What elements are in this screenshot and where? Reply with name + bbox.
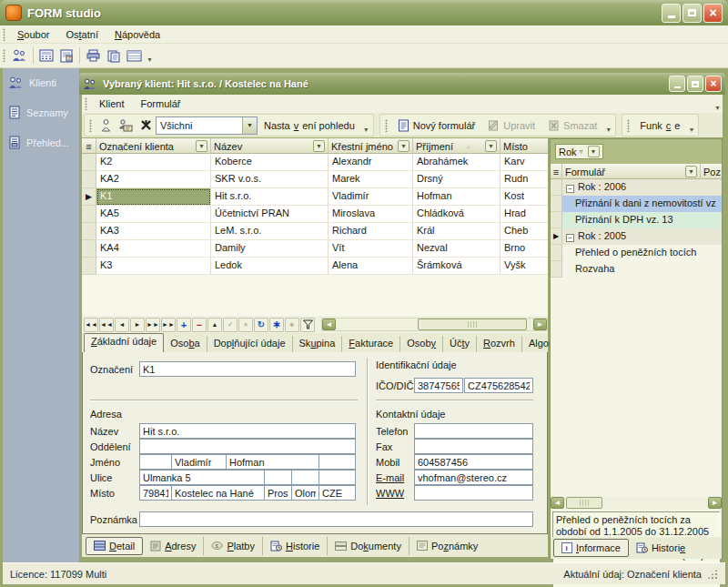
- ico-field[interactable]: [414, 378, 463, 393]
- scrollbar-thumb[interactable]: [566, 497, 602, 509]
- clients-button[interactable]: [9, 46, 30, 66]
- calendar-document-button[interactable]: 7: [56, 46, 76, 66]
- nav-first-button[interactable]: ◄◄: [84, 318, 98, 332]
- www-link-label[interactable]: WWW: [376, 488, 404, 499]
- toolbar-overflow[interactable]: ▾: [361, 116, 371, 135]
- client-minimize-button[interactable]: [669, 76, 685, 92]
- group-filter-dropdown[interactable]: ▼: [588, 146, 600, 157]
- tab-doplnujici-udaje[interactable]: Doplňující údaje: [207, 336, 293, 352]
- edit-form-button[interactable]: Upravit: [481, 116, 541, 135]
- sidebar-item-klienti[interactable]: Klienti: [3, 68, 79, 97]
- stat-field[interactable]: [318, 485, 356, 501]
- view-filter-combobox[interactable]: Všichni ▼: [156, 116, 258, 135]
- column-header-poznamka[interactable]: Poz: [701, 164, 722, 179]
- toolbar-grip[interactable]: [627, 119, 630, 132]
- toolbar-grip[interactable]: [385, 119, 388, 132]
- menu-klient[interactable]: Klient: [91, 96, 133, 111]
- table-row[interactable]: KA5Účetnictví PRANMiroslavaChládkováHrad: [82, 206, 548, 223]
- tab-historie-forms[interactable]: Historie: [629, 539, 693, 557]
- tab-poznamky[interactable]: Poznámky: [410, 537, 485, 555]
- mobil-field[interactable]: [414, 454, 533, 470]
- ulice-field[interactable]: [139, 470, 265, 485]
- menu-ostatni[interactable]: Ostatní: [57, 27, 106, 42]
- collapse-icon[interactable]: −: [566, 185, 574, 193]
- tab-dokumenty[interactable]: Dokumenty: [328, 537, 410, 555]
- nav-insert-button[interactable]: +: [177, 318, 191, 332]
- okres-field[interactable]: [264, 485, 292, 501]
- tab-historie[interactable]: Historie: [263, 537, 328, 555]
- tab-adresy[interactable]: Adresy: [143, 537, 204, 555]
- tab-detail[interactable]: Detail: [86, 537, 143, 555]
- prijmeni-field[interactable]: [226, 454, 319, 470]
- telefon-field[interactable]: [414, 423, 533, 439]
- toolbar-overflow[interactable]: ▾: [145, 46, 155, 65]
- scroll-right-button[interactable]: ►: [533, 319, 547, 330]
- nav-delete-button[interactable]: −: [192, 318, 207, 332]
- toolbar-grip[interactable]: [3, 49, 5, 62]
- form-row[interactable]: Přiznání k DPH vz. 13: [551, 212, 722, 228]
- grid-options-button[interactable]: ≡: [551, 164, 562, 179]
- kraj-field[interactable]: [291, 485, 319, 501]
- www-field[interactable]: [414, 485, 533, 501]
- client-menubar-grip[interactable]: [85, 97, 87, 110]
- cislo2-field[interactable]: [291, 470, 319, 485]
- table-row[interactable]: K3LedokAlenaŠrámkováVyšk: [82, 258, 548, 275]
- tab-osoba[interactable]: Osoba: [164, 336, 207, 352]
- group-row[interactable]: −Rok : 2006: [551, 179, 722, 196]
- cislo-field[interactable]: [264, 470, 292, 485]
- collapse-icon[interactable]: −: [566, 234, 574, 242]
- table-row-selected[interactable]: ▶K1Hit s.r.o.VladimírHofmanKost: [82, 188, 548, 206]
- misto-field[interactable]: [171, 485, 265, 501]
- nav-filter-button[interactable]: [300, 318, 315, 332]
- form-row[interactable]: Přehled o peněžních tocích: [551, 245, 722, 261]
- copy-button[interactable]: [104, 46, 124, 66]
- nav-cancel-button[interactable]: ×: [238, 318, 253, 332]
- menu-soubor[interactable]: Soubor: [9, 27, 57, 42]
- scroll-left-button[interactable]: ◄: [551, 497, 564, 509]
- fax-field[interactable]: [414, 439, 533, 454]
- toolbar-overflow[interactable]: ▾: [603, 116, 613, 135]
- scroll-left-button[interactable]: ◄: [322, 319, 336, 330]
- column-header-formular[interactable]: Formulář ▼: [562, 164, 701, 179]
- toolbar-grip[interactable]: [89, 119, 92, 132]
- oznaceni-field[interactable]: [139, 361, 356, 377]
- maximize-button[interactable]: [682, 4, 702, 23]
- oddeleni-field[interactable]: [139, 439, 356, 454]
- calculator-button[interactable]: [36, 46, 56, 66]
- psc-field[interactable]: [139, 485, 172, 501]
- group-by-rok-chip[interactable]: Rok ▿ ▼: [555, 144, 603, 159]
- column-filter-dropdown[interactable]: ▼: [485, 140, 497, 152]
- column-filter-dropdown[interactable]: ▼: [196, 140, 207, 152]
- tab-platby[interactable]: $ Platby: [204, 537, 263, 555]
- email-link-label[interactable]: E-mail: [376, 472, 404, 483]
- nav-prev-button[interactable]: ◄: [115, 318, 129, 332]
- menubar-grip[interactable]: [3, 28, 5, 41]
- column-header-nazev[interactable]: Název▼: [211, 138, 329, 154]
- scroll-right-button[interactable]: ►: [708, 497, 722, 509]
- titul-field[interactable]: [139, 454, 172, 470]
- grid-horizontal-scrollbar[interactable]: ◄ ►: [321, 318, 548, 331]
- print-button[interactable]: [83, 46, 104, 66]
- tab-ucty[interactable]: Účty: [443, 336, 477, 352]
- forms-horizontal-scrollbar[interactable]: ◄ ►: [551, 496, 722, 510]
- column-header-prijmeni[interactable]: Příjmení▵▼: [413, 138, 500, 154]
- person-card-button[interactable]: [116, 116, 136, 136]
- new-form-button[interactable]: Nový formulář: [391, 116, 481, 135]
- table-row[interactable]: KA2SKR v.o.s.MarekDrsnýRudn: [82, 171, 548, 188]
- table-row[interactable]: K2KoberceAlexandrAbrahámekKarv: [82, 154, 548, 171]
- nav-refresh-button[interactable]: ↻: [254, 318, 268, 332]
- close-button[interactable]: ×: [703, 4, 723, 23]
- nazev-field[interactable]: [139, 423, 356, 439]
- nav-bookmark-button[interactable]: ∗: [269, 318, 284, 332]
- nav-goto-bookmark-button[interactable]: ∗: [285, 318, 299, 332]
- minimize-button[interactable]: [662, 4, 681, 23]
- view-settings-button[interactable]: Nastavení pohledu: [258, 116, 361, 135]
- client-menubar-overflow[interactable]: ▾: [713, 95, 723, 113]
- functions-button[interactable]: Funkce: [633, 116, 686, 135]
- form-row[interactable]: Rozvaha: [551, 261, 722, 278]
- toolbar-overflow[interactable]: ▾: [686, 116, 696, 135]
- poznamka-field[interactable]: [139, 511, 533, 527]
- tab-zakladni-udaje[interactable]: Základní údaje: [84, 333, 164, 352]
- nav-next-button[interactable]: ►: [130, 318, 145, 332]
- jmeno-field[interactable]: [171, 454, 227, 470]
